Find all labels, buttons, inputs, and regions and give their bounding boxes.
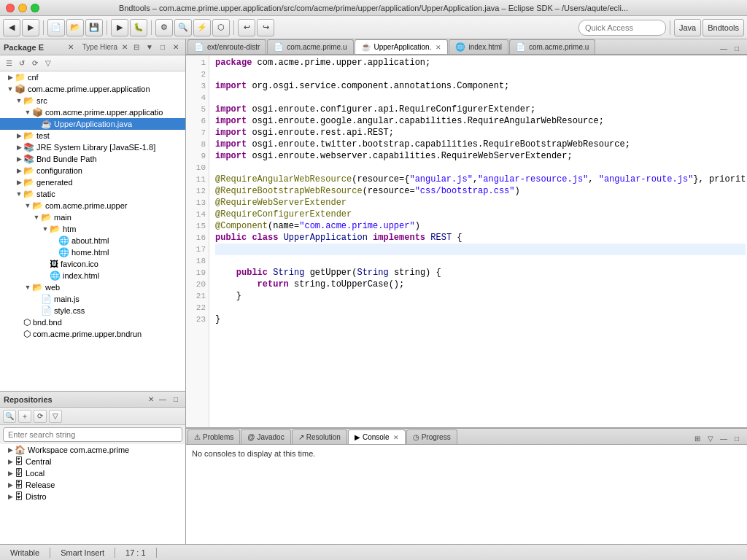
maximize-button[interactable]	[31, 4, 39, 12]
tab-progress[interactable]: ◷ Progress	[406, 429, 457, 444]
tree-item-css[interactable]: 📄 style.css	[0, 305, 185, 316]
tree-item-central[interactable]: ▶ 🗄 Central	[0, 456, 185, 467]
repos-max-btn[interactable]: □	[170, 394, 182, 405]
tree-item-apu[interactable]: ▼ 📂 com.acme.prime.upper	[0, 200, 185, 211]
tree-arrow-config: ▶	[15, 167, 23, 174]
toolbar-btn-misc2[interactable]: 🔍	[174, 19, 192, 36]
tree-item-upper-app-java[interactable]: ☕ UpperApplication.java	[0, 118, 185, 130]
package-explorer: Package E ✕ Type Hiera ✕ ⊟ ▼ □ ✕ ☰ ↺ ⟳ ▽	[0, 39, 185, 391]
repos-tb-btn-4[interactable]: ▽	[49, 410, 62, 423]
code-content[interactable]: package com.acme.prime.upper.application…	[209, 55, 747, 427]
tree-item-app[interactable]: ▼ 📦 com.acme.prime.upper.application	[0, 83, 185, 95]
toolbar-java-btn[interactable]: Java	[674, 19, 701, 36]
repos-search-input[interactable]	[3, 427, 182, 442]
tab-upper-application[interactable]: ☕ UpperApplication. ✕	[355, 39, 449, 54]
pkg-tb-4[interactable]: ▽	[42, 58, 54, 69]
toolbar-btn-save[interactable]: 💾	[85, 19, 103, 36]
pkg-tb-1[interactable]: ☰	[3, 58, 15, 69]
toolbar-btn-new[interactable]: 📄	[47, 19, 65, 36]
tree-item-cnf[interactable]: ▶ 📁 cnf	[0, 71, 185, 83]
tab-com-acme-2[interactable]: 📄 com.acme.prime.u	[509, 39, 595, 54]
type-hierarchy-label[interactable]: Type Hiera	[82, 43, 117, 51]
pkg-max-btn[interactable]: □	[157, 42, 169, 53]
tree-arrow-workspace: ▶	[6, 446, 15, 454]
tab-problems[interactable]: ⚠ Problems	[187, 429, 240, 444]
bottom-min-btn[interactable]: —	[718, 432, 729, 444]
tree-label-app: com.acme.prime.upper.application	[28, 85, 150, 93]
java-icon: ☕	[41, 119, 52, 129]
tab-com-acme-1[interactable]: 📄 com.acme.prime.u	[267, 39, 353, 54]
pkg-menu-btn[interactable]: ▼	[144, 42, 155, 53]
repos-tb-btn-1[interactable]: 🔍	[3, 410, 16, 423]
toolbar-btn-run[interactable]: ▶	[111, 19, 128, 36]
tree-item-mainjs[interactable]: 📄 main.js	[0, 293, 185, 305]
tree-item-main[interactable]: ▼ 📂 main	[0, 211, 185, 223]
pkg-tb-2[interactable]: ↺	[16, 58, 28, 69]
toolbar-btn-misc5[interactable]: ↩	[238, 19, 255, 36]
tree-item-src[interactable]: ▼ 📂 src	[0, 95, 185, 106]
index-icon: 🌐	[50, 271, 61, 281]
package-explorer-title: Package E	[4, 43, 62, 52]
pkg-collapse-btn[interactable]: ⊟	[131, 42, 142, 53]
tree-item-release[interactable]: ▶ 🗄 Release	[0, 479, 185, 491]
tree-item-bndbnd[interactable]: ⬡ bnd.bnd	[0, 316, 185, 328]
pkg-tb-3[interactable]: ⟳	[29, 58, 41, 69]
quick-access-input[interactable]	[578, 20, 666, 36]
tree-item-bndrun[interactable]: ⬡ com.acme.prime.upper.bndrun	[0, 328, 185, 340]
tab-ua-close[interactable]: ✕	[436, 44, 441, 51]
tab-resolution[interactable]: ↗ Resolution	[292, 429, 347, 444]
tree-item-home[interactable]: 🌐 home.html	[0, 246, 185, 258]
close-button[interactable]	[6, 4, 15, 12]
js-icon: 📄	[41, 294, 52, 304]
tree-item-pkg[interactable]: ▼ 📦 com.acme.prime.upper.applicatio	[0, 106, 185, 118]
tree-item-index[interactable]: 🌐 index.html	[0, 270, 185, 281]
ln-13: 13	[189, 197, 206, 209]
code-editor[interactable]: 1 2 3 4 5 6 7 8 9 10 11 12 13 14 15 16 1	[186, 55, 747, 427]
tree-item-generated[interactable]: ▶ 📂 generated	[0, 176, 185, 188]
tab-console[interactable]: ▶ Console ✕	[348, 429, 406, 444]
minimize-button[interactable]	[18, 4, 27, 12]
bottom-tb-open-console[interactable]: ⊞	[692, 432, 703, 444]
editor-max-btn[interactable]: □	[731, 42, 743, 54]
tree-arrow-main: ▼	[32, 214, 41, 221]
window-controls[interactable]	[6, 4, 39, 12]
toolbar-btn-misc6[interactable]: ↪	[257, 19, 274, 36]
tree-item-favicon[interactable]: 🖼 favicon.ico	[0, 258, 185, 270]
tree-item-htm[interactable]: ▼ 📂 htm	[0, 223, 185, 235]
tab-acme2-label: com.acme.prime.u	[529, 43, 589, 51]
tree-item-bnd-bundle[interactable]: ▶ 📚 Bnd Bundle Path	[0, 153, 185, 165]
toolbar-btn-misc1[interactable]: ⚙	[155, 19, 173, 36]
tree-arrow-local: ▶	[6, 470, 15, 477]
tree-item-local[interactable]: ▶ 🗄 Local	[0, 467, 185, 479]
toolbar-btn-1[interactable]: ◀	[3, 19, 20, 36]
console-icon: ▶	[355, 433, 360, 441]
toolbar-btn-misc3[interactable]: ⚡	[193, 19, 211, 36]
tree-item-about[interactable]: 🌐 about.html	[0, 235, 185, 246]
toolbar-bndtools-btn[interactable]: Bndtools	[703, 19, 744, 36]
repos-tb-btn-3[interactable]: ⟳	[34, 410, 47, 423]
editor-min-btn[interactable]: —	[718, 42, 729, 54]
bottom-max-btn[interactable]: □	[731, 432, 743, 444]
pkg-close-btn[interactable]: ✕	[170, 42, 182, 53]
tree-item-workspace[interactable]: ▶ 🏠 Workspace com.acme.prime	[0, 444, 185, 456]
tree-item-config[interactable]: ▶ 📂 configuration	[0, 165, 185, 176]
tree-item-distro[interactable]: ▶ 🗄 Distro	[0, 491, 185, 502]
repositories-panel: Repositories ✕ — □ 🔍 ＋ ⟳ ▽ ▶ 🏠	[0, 391, 185, 544]
tree-item-web[interactable]: ▼ 📂 web	[0, 281, 185, 293]
tree-item-jre[interactable]: ▶ 📚 JRE System Library [JavaSE-1.8]	[0, 141, 185, 153]
repos-min-btn[interactable]: —	[157, 394, 169, 405]
toolbar-btn-open[interactable]: 📂	[66, 19, 84, 36]
tab-console-close[interactable]: ✕	[393, 434, 399, 441]
tree-item-static[interactable]: ▼ 📂 static	[0, 188, 185, 200]
problems-icon: ⚠	[194, 433, 201, 441]
tab-index-html[interactable]: 🌐 index.html	[449, 39, 508, 54]
tree-item-test[interactable]: ▶ 📂 test	[0, 130, 185, 141]
bottom-tb-opts[interactable]: ▽	[705, 432, 716, 444]
toolbar-btn-2[interactable]: ▶	[22, 19, 39, 36]
repos-tb-btn-2[interactable]: ＋	[18, 410, 31, 423]
toolbar-btn-misc4[interactable]: ⬡	[212, 19, 230, 36]
tree-arrow-src: ▼	[15, 97, 23, 104]
tab-javadoc[interactable]: @ Javadoc	[241, 429, 290, 444]
toolbar-btn-debug[interactable]: 🐛	[130, 19, 147, 36]
tab-ext-enroute[interactable]: 📄 ext/enroute-distr	[187, 39, 266, 54]
